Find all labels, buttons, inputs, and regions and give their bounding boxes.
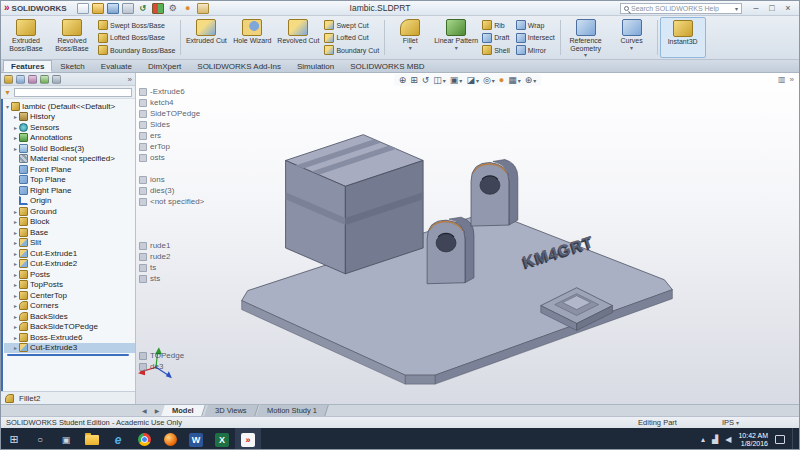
panel-collapse-icon[interactable]: » xyxy=(790,75,794,84)
lofted-cut-button[interactable]: Lofted Cut xyxy=(321,32,382,44)
lofted-boss-base-button[interactable]: Lofted Boss/Base xyxy=(95,32,178,44)
flyout-item[interactable]: ions xyxy=(139,174,204,185)
maximize-button[interactable]: □ xyxy=(764,2,780,15)
boundary-cut-button[interactable]: Boundary Cut xyxy=(321,44,382,56)
flyout-item[interactable]: osts xyxy=(139,152,204,163)
excel-button[interactable]: X xyxy=(209,428,235,450)
model-3d-view[interactable]: KM4GRT KM4GRT xyxy=(136,73,799,404)
tree-item-topposts[interactable]: ▸TopPosts xyxy=(4,280,135,291)
search-dropdown-icon[interactable]: ▾ xyxy=(735,5,738,12)
model-post[interactable] xyxy=(427,217,474,284)
undo-icon[interactable]: ↺ xyxy=(137,3,149,14)
mirror-button[interactable]: Mirror xyxy=(513,44,558,56)
panel-overflow-icon[interactable]: » xyxy=(128,75,132,84)
tree-item-sensors[interactable]: ▸Sensors xyxy=(4,122,135,133)
units-selector[interactable]: IPS ▾ xyxy=(722,418,739,427)
featuremanager-tab-icon[interactable] xyxy=(4,75,13,84)
internet-explorer-button[interactable]: e xyxy=(105,428,131,450)
expand-arrow-icon[interactable]: ▸ xyxy=(12,334,19,341)
tab-motion-study-1[interactable]: Motion Study 1 xyxy=(257,405,330,416)
linear-pattern-button[interactable]: Linear Pattern ▾ xyxy=(433,17,479,58)
new-document-icon[interactable] xyxy=(77,3,89,14)
apply-scene-icon[interactable]: ▦▾ xyxy=(508,75,521,85)
section-view-icon[interactable]: ◫▾ xyxy=(433,75,446,85)
tab-dimxpert[interactable]: DimXpert xyxy=(140,60,189,72)
flyout-item[interactable]: sts xyxy=(139,273,204,284)
expand-arrow-icon[interactable]: ▸ xyxy=(12,218,19,225)
tree-item-backsidetopedge[interactable]: ▸BackSideTOPedge xyxy=(4,322,135,333)
swept-cut-button[interactable]: Swept Cut xyxy=(321,19,382,31)
instant3d-button[interactable]: Instant3D xyxy=(660,17,706,58)
collapse-arrow-icon[interactable]: ▾ xyxy=(4,103,11,110)
tree-item-base[interactable]: ▸Base xyxy=(4,227,135,238)
open-icon[interactable] xyxy=(92,3,104,14)
solidworks-taskbar-button[interactable]: » xyxy=(235,428,261,450)
tree-item-cut-extrude1[interactable]: ▸Cut-Extrude1 xyxy=(4,248,135,259)
tree-item-backsides[interactable]: ▸BackSides xyxy=(4,311,135,322)
tree-filter-input[interactable] xyxy=(14,88,132,97)
dropdown-arrow-icon[interactable]: ▾ xyxy=(455,45,458,53)
taskbar-search-button[interactable]: ○ xyxy=(27,428,53,450)
expand-arrow-icon[interactable]: ▸ xyxy=(12,250,19,257)
tree-item-boss-extrude6[interactable]: ▸Boss-Extrude6 xyxy=(4,332,135,343)
save-icon[interactable] xyxy=(107,3,119,14)
expand-arrow-icon[interactable]: ▸ xyxy=(12,208,19,215)
tree-item-cut-extrude3[interactable]: ▸Cut-Extrude3 xyxy=(4,343,135,354)
tab-evaluate[interactable]: Evaluate xyxy=(93,60,140,72)
flyout-item[interactable]: dies(3) xyxy=(139,185,204,196)
tree-item-cut-extrude2[interactable]: ▸Cut-Extrude2 xyxy=(4,259,135,270)
file-properties-icon[interactable] xyxy=(197,3,209,14)
display-style-icon[interactable]: ◪▾ xyxy=(466,75,479,85)
tree-item-centertop[interactable]: ▸CenterTop xyxy=(4,290,135,301)
tab-solidworks-add-ins[interactable]: SOLIDWORKS Add-Ins xyxy=(189,60,289,72)
display-pane-toggle-icon[interactable]: ▥ xyxy=(778,75,786,84)
tab-simulation[interactable]: Simulation xyxy=(289,60,342,72)
extruded-boss-base-button[interactable]: Extruded Boss/Base xyxy=(3,17,49,58)
file-explorer-button[interactable] xyxy=(79,428,105,450)
expand-arrow-icon[interactable]: ▸ xyxy=(12,302,19,309)
expand-arrow-icon[interactable]: ▸ xyxy=(12,313,19,320)
previous-view-icon[interactable]: ↺ xyxy=(422,75,430,85)
fillet-button[interactable]: Fillet ▾ xyxy=(387,17,433,58)
task-view-button[interactable]: ▣ xyxy=(53,428,79,450)
flyout-item[interactable]: rude1 xyxy=(139,240,204,251)
speaker-icon[interactable]: ◀ xyxy=(725,435,731,444)
flyout-item[interactable]: ers xyxy=(139,130,204,141)
filter-funnel-icon[interactable]: ▼ xyxy=(4,89,11,96)
rebuild-icon[interactable] xyxy=(152,3,164,14)
flyout-item[interactable]: -Extrude6 xyxy=(139,86,204,97)
flyout-item[interactable]: Sides xyxy=(139,119,204,130)
flyout-item[interactable]: ketch4 xyxy=(139,97,204,108)
tree-item-history[interactable]: ▸History xyxy=(4,112,135,123)
flyout-item[interactable]: de3 xyxy=(139,361,204,372)
model-plate-side[interactable] xyxy=(405,375,435,384)
rollback-bar[interactable] xyxy=(7,354,129,356)
shell-button[interactable]: Shell xyxy=(479,44,513,56)
flyout-item[interactable]: erTop xyxy=(139,141,204,152)
print-icon[interactable] xyxy=(122,3,134,14)
revolved-boss-base-button[interactable]: Revolved Boss/Base xyxy=(49,17,95,58)
flyout-item[interactable]: TOPedge xyxy=(139,350,204,361)
reference-geometry-button[interactable]: Reference Geometry ▾ xyxy=(563,17,609,58)
view-settings-icon[interactable]: ⊛▾ xyxy=(525,75,537,85)
edit-appearance-icon[interactable]: ● xyxy=(499,75,504,85)
tree-item-origin[interactable]: ▸Origin xyxy=(4,196,135,207)
expand-arrow-icon[interactable]: ▸ xyxy=(12,323,19,330)
hole-wizard-button[interactable]: Hole Wizard xyxy=(229,17,275,58)
boundary-boss-base-button[interactable]: Boundary Boss/Base xyxy=(95,44,178,56)
tab-features[interactable]: Features xyxy=(3,60,52,72)
displaymanager-tab-icon[interactable] xyxy=(52,75,61,84)
tree-item-slit[interactable]: ▸Slit xyxy=(4,238,135,249)
dropdown-arrow-icon[interactable]: ▾ xyxy=(584,52,587,60)
flyout-item[interactable]: SideTOPedge xyxy=(139,108,204,119)
swept-boss-base-button[interactable]: Swept Boss/Base xyxy=(95,19,178,31)
expand-arrow-icon[interactable]: ▸ xyxy=(12,134,19,141)
tree-item-posts[interactable]: ▸Posts xyxy=(4,269,135,280)
expand-arrow-icon[interactable]: ▸ xyxy=(12,124,19,131)
firefox-button[interactable] xyxy=(157,428,183,450)
curves-button[interactable]: Curves ▾ xyxy=(609,17,655,58)
extruded-cut-button[interactable]: Extruded Cut xyxy=(183,17,229,58)
flyout-item[interactable]: ts xyxy=(139,262,204,273)
hide-show-items-icon[interactable]: ◎▾ xyxy=(483,75,495,85)
flyout-item[interactable]: rude2 xyxy=(139,251,204,262)
